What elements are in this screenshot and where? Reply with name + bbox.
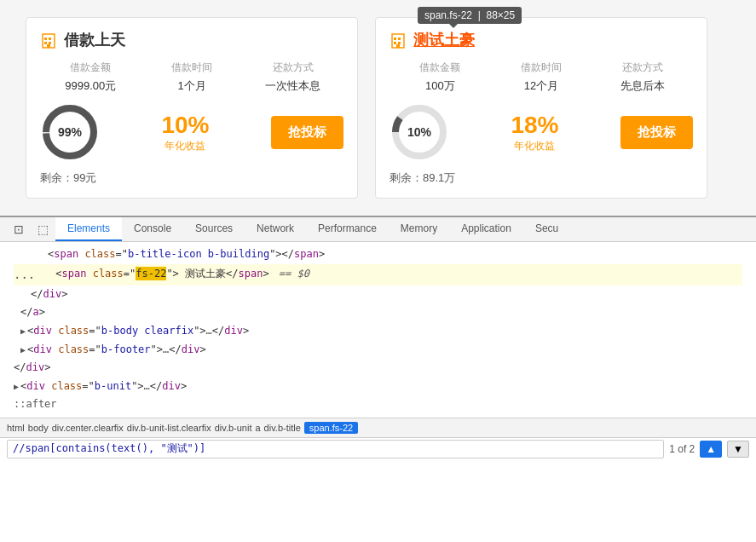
building-icon-1 xyxy=(40,31,59,49)
dollar-marker: == $0 xyxy=(279,268,309,280)
tooltip-selector: span.fs-22 xyxy=(424,9,472,21)
rate-block-1: 10% 年化收益 xyxy=(161,112,209,153)
meta-repay-1: 还款方式 一次性本息 xyxy=(242,61,343,94)
meta-repay-value-2: 先息后本 xyxy=(592,78,693,94)
meta-amount-value-2: 100万 xyxy=(390,78,491,94)
bc-div-bunitlist[interactable]: div.b-unit-list.clearfix xyxy=(127,423,211,433)
code-line-6: ▶<div class="b-footer">…</div> xyxy=(14,341,742,360)
meta-amount-label-1: 借款金额 xyxy=(40,61,141,75)
meta-time-2: 借款时间 12个月 xyxy=(491,61,592,94)
tab-sources[interactable]: Sources xyxy=(183,217,245,241)
search-prev-btn[interactable]: ▲ xyxy=(700,441,722,458)
meta-repay-label-1: 还款方式 xyxy=(242,61,343,75)
search-bar: 1 of 2 ▲ ▼ xyxy=(0,437,756,460)
tab-security[interactable]: Secu xyxy=(523,217,570,241)
ellipsis-indicator: ... xyxy=(14,264,35,285)
search-result-info: 1 of 2 xyxy=(669,443,695,455)
rate-label-2: 年化收益 xyxy=(511,139,558,153)
rate-label-1: 年化收益 xyxy=(161,139,209,153)
bc-div-btitle[interactable]: div.b-title xyxy=(264,423,301,433)
card-header-2: 测试土豪 xyxy=(390,30,693,50)
bc-a[interactable]: a xyxy=(255,423,260,433)
rate-value-1: 10% xyxy=(161,112,209,139)
code-line-8: ▶<div class="b-unit">…</div> xyxy=(14,378,742,396)
meta-amount-value-1: 9999.00元 xyxy=(40,78,141,94)
tab-console[interactable]: Console xyxy=(122,217,183,241)
code-line-7: </div> xyxy=(14,359,742,378)
code-line-1: <span class="b-title-icon b-building"></… xyxy=(14,245,742,264)
code-line-4: </a> xyxy=(14,303,742,322)
meta-repay-2: 还款方式 先息后本 xyxy=(592,61,693,94)
donut-chart-1: 99% xyxy=(40,102,100,162)
tooltip-size: 88×25 xyxy=(487,9,516,21)
loan-card-2: 测试土豪 借款金额 100万 借款时间 12个月 还款方式 先息后本 xyxy=(375,17,707,199)
meta-amount-2: 借款金额 100万 xyxy=(390,61,491,94)
search-next-btn[interactable]: ▼ xyxy=(727,441,749,458)
svg-rect-4 xyxy=(49,42,51,44)
svg-rect-3 xyxy=(44,42,47,44)
card-body-2: 10% 18% 年化收益 抢投标 xyxy=(390,102,693,162)
bid-button-2[interactable]: 抢投标 xyxy=(620,116,693,149)
tab-memory[interactable]: Memory xyxy=(389,217,449,241)
donut-label-2: 10% xyxy=(407,125,431,139)
svg-rect-10 xyxy=(398,37,401,40)
card-body-1: 99% 10% 年化收益 抢投标 xyxy=(40,102,343,162)
card-header-1: 借款上天 xyxy=(40,30,343,50)
meta-amount-1: 借款金额 9999.00元 xyxy=(40,61,141,94)
bid-button-1[interactable]: 抢投标 xyxy=(271,116,343,149)
meta-amount-label-2: 借款金额 xyxy=(390,61,491,75)
svg-rect-2 xyxy=(49,37,51,40)
meta-time-label-2: 借款时间 xyxy=(491,61,592,75)
devtools-panel: ⊡ ⬚ Elements Console Sources Network Per… xyxy=(0,216,756,460)
bc-body[interactable]: body xyxy=(28,423,49,433)
tab-network[interactable]: Network xyxy=(245,217,306,241)
svg-rect-11 xyxy=(394,42,396,44)
svg-rect-5 xyxy=(47,44,50,48)
breadcrumb-bar: html body div.center.clearfix div.b-unit… xyxy=(0,418,756,437)
search-result-of: of 2 xyxy=(678,443,695,455)
cursor-icon-btn[interactable]: ⊡ xyxy=(7,217,31,241)
tab-elements[interactable]: Elements xyxy=(55,217,122,241)
building-icon-2 xyxy=(390,31,408,49)
card-title-2: 测试土豪 xyxy=(413,30,475,50)
svg-rect-9 xyxy=(394,37,396,40)
bc-div-bunit[interactable]: div.b-unit xyxy=(215,423,252,433)
rate-block-2: 18% 年化收益 xyxy=(511,112,558,153)
card-meta-2: 借款金额 100万 借款时间 12个月 还款方式 先息后本 xyxy=(390,61,693,94)
donut-chart-2: 10% xyxy=(390,102,449,162)
card-meta-1: 借款金额 9999.00元 借款时间 1个月 还款方式 一次性本息 xyxy=(40,61,343,94)
meta-time-label-1: 借款时间 xyxy=(141,61,243,75)
meta-time-value-1: 1个月 xyxy=(141,78,243,94)
code-line-5: ▶<div class="b-body clearfix">…</div> xyxy=(14,322,742,341)
rate-value-2: 18% xyxy=(511,112,558,139)
svg-rect-12 xyxy=(398,42,401,44)
svg-rect-13 xyxy=(396,44,400,48)
devtools-code: <span class="b-title-icon b-building"></… xyxy=(0,242,756,418)
tab-application[interactable]: Application xyxy=(449,217,523,241)
svg-rect-1 xyxy=(44,37,47,40)
bc-html[interactable]: html xyxy=(7,423,25,433)
search-input[interactable] xyxy=(7,440,664,458)
code-line-2: ... <span class="fs-22"> 测试土豪</span> == … xyxy=(14,264,742,285)
bc-span-fs22[interactable]: span.fs-22 xyxy=(304,422,358,434)
loan-card-1: 借款上天 借款金额 9999.00元 借款时间 1个月 还款方式 一次性本息 xyxy=(26,17,358,199)
meta-time-value-2: 12个月 xyxy=(491,78,592,94)
code-line-9: ::after xyxy=(14,395,742,414)
tab-performance[interactable]: Performance xyxy=(306,217,389,241)
card-footer-1: 剩余：99元 xyxy=(40,170,343,186)
mobile-icon-btn[interactable]: ⬚ xyxy=(31,217,55,241)
card-title-1: 借款上天 xyxy=(64,30,125,50)
devtools-tabs: ⊡ ⬚ Elements Console Sources Network Per… xyxy=(0,217,756,242)
card-footer-2: 剩余：89.1万 xyxy=(390,170,693,186)
bc-div-center[interactable]: div.center.clearfix xyxy=(52,423,124,433)
preview-area: 借款上天 借款金额 9999.00元 借款时间 1个月 还款方式 一次性本息 xyxy=(0,0,756,216)
code-line-3: </div> xyxy=(14,285,742,304)
meta-time-1: 借款时间 1个月 xyxy=(141,61,243,94)
donut-label-1: 99% xyxy=(58,125,82,139)
meta-repay-value-1: 一次性本息 xyxy=(242,78,343,94)
element-tooltip: span.fs-22 | 88×25 xyxy=(418,7,522,24)
meta-repay-label-2: 还款方式 xyxy=(592,61,693,75)
search-result-current: 1 xyxy=(669,443,678,455)
